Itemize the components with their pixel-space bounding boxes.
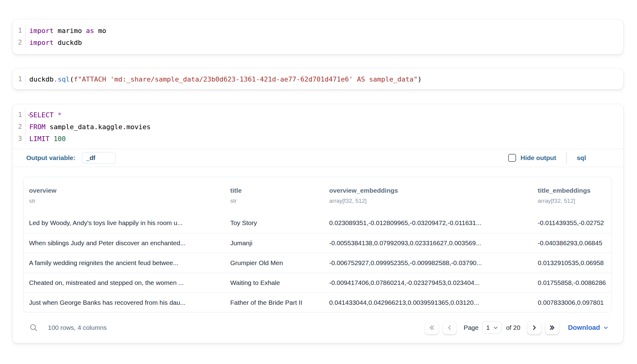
code-line: FROM sample_data.kaggle.movies	[29, 121, 623, 133]
language-button[interactable]: sql	[577, 154, 586, 162]
table-footer: 100 rows, 4 columns Page 1 of	[13, 312, 623, 343]
code-editor[interactable]: 1 duckdb.sql(f"ATTACH 'md:_share/sample_…	[13, 68, 623, 89]
chevron-down-icon	[603, 325, 609, 330]
column-header[interactable]: overviewstr	[24, 177, 225, 213]
code-cell-imports: 12 import marimo as moimport duckdb	[12, 19, 624, 54]
page-total: of 20	[506, 324, 520, 331]
table-cell: 0.01755858,-0.0086286	[532, 273, 612, 293]
last-page-button[interactable]	[545, 321, 559, 334]
table-cell: Father of the Bride Part II	[225, 293, 324, 312]
table-cell: Cheated on, mistreated and stepped on, t…	[24, 273, 225, 293]
line-number: 2	[13, 121, 25, 133]
column-name: overview	[29, 186, 219, 195]
page-label: Page	[464, 324, 479, 331]
table-cell: -0.006752927,0.099952355,-0.009982588,-0…	[324, 253, 532, 273]
column-type: str	[29, 197, 219, 205]
code-editor[interactable]: 123 SELECT *FROM sample_data.kaggle.movi…	[13, 104, 623, 149]
column-type: array[f32, 512]	[329, 197, 527, 205]
pagination: Page 1 of 20 Download	[424, 321, 609, 334]
line-number-gutter: 123	[13, 109, 25, 145]
table-row[interactable]: Just when George Banks has recovered fro…	[24, 293, 612, 312]
page-number-select[interactable]: 1	[482, 322, 502, 334]
table-row[interactable]: Cheated on, mistreated and stepped on, t…	[24, 273, 612, 293]
column-name: title	[230, 186, 318, 195]
table-cell: -0.0055384138,0.07992093,0.023316627,0.0…	[324, 233, 532, 253]
code-line: LIMIT 100	[29, 133, 623, 145]
column-header[interactable]: overview_embeddingsarray[f32, 512]	[324, 177, 532, 213]
search-icon[interactable]	[29, 323, 38, 332]
first-page-button[interactable]	[424, 321, 439, 334]
table-cell: 0.0132910535,0.06958	[532, 253, 612, 273]
line-number: 1	[13, 25, 25, 37]
table-cell: -0.011439355,-0.02752	[532, 213, 612, 233]
line-number-gutter: 1	[13, 73, 25, 85]
code-editor[interactable]: 12 import marimo as moimport duckdb	[13, 19, 623, 54]
chevron-down-icon	[493, 325, 498, 330]
column-name: overview_embeddings	[329, 186, 527, 195]
column-header[interactable]: titlestr	[225, 177, 324, 213]
table-cell: 0.007833006,0.097801	[532, 293, 612, 312]
table-cell: Toy Story	[225, 213, 324, 233]
code-line: import duckdb	[29, 37, 623, 49]
chevrons-left-icon	[428, 324, 435, 331]
line-number: 2	[13, 37, 25, 49]
download-button[interactable]: Download	[568, 324, 609, 332]
line-number: 1	[13, 109, 25, 121]
cell-output-toolbar: Output variable: Hide output sql	[13, 149, 623, 167]
hide-output-checkbox[interactable]	[508, 154, 516, 162]
output-variable-label: Output variable:	[26, 154, 75, 162]
table-cell: When siblings Judy and Peter discover an…	[24, 233, 225, 253]
code-content: SELECT *FROM sample_data.kaggle.moviesLI…	[25, 109, 623, 145]
chevron-left-icon	[446, 324, 453, 331]
table-row[interactable]: A family wedding reignites the ancient f…	[24, 253, 612, 273]
column-header[interactable]: title_embeddingsarray[f32, 512]	[532, 177, 612, 213]
table-cell: 0.023089351,-0.012809965,-0.03209472,-0.…	[324, 213, 532, 233]
line-number-gutter: 12	[13, 25, 25, 49]
download-label: Download	[568, 324, 600, 332]
column-type: str	[230, 197, 318, 205]
row-count-summary: 100 rows, 4 columns	[48, 324, 107, 331]
result-table: overviewstrtitlestroverview_embeddingsar…	[24, 177, 612, 312]
table-cell: Waiting to Exhale	[225, 273, 324, 293]
code-content: import marimo as moimport duckdb	[25, 25, 623, 49]
hide-output-label: Hide output	[521, 154, 556, 162]
table-cell: -0.040386293,0.06845	[532, 233, 612, 253]
code-line: duckdb.sql(f"ATTACH 'md:_share/sample_da…	[29, 73, 623, 85]
table-cell: Just when George Banks has recovered fro…	[24, 293, 225, 312]
table-cell: Led by Woody, Andy's toys live happily i…	[24, 213, 225, 233]
sql-cell: 123 SELECT *FROM sample_data.kaggle.movi…	[12, 104, 624, 343]
line-number: 1	[13, 73, 25, 85]
code-cell-attach: 1 duckdb.sql(f"ATTACH 'md:_share/sample_…	[12, 68, 624, 89]
table-cell: Jumanji	[225, 233, 324, 253]
result-table-container: overviewstrtitlestroverview_embeddingsar…	[23, 177, 612, 312]
chevrons-right-icon	[548, 324, 556, 331]
table-row[interactable]: Led by Woody, Andy's toys live happily i…	[24, 213, 612, 233]
code-content: duckdb.sql(f"ATTACH 'md:_share/sample_da…	[25, 73, 623, 85]
column-type: array[f32, 512]	[538, 197, 607, 205]
column-name: title_embeddings	[538, 186, 607, 195]
next-page-button[interactable]	[527, 321, 541, 334]
toolbar-divider	[566, 152, 567, 163]
table-cell: -0.009417406,0.07860214,-0.023279453,0.0…	[324, 273, 532, 293]
chevron-right-icon	[530, 324, 538, 331]
page-number-value: 1	[486, 324, 490, 331]
line-number: 3	[13, 133, 25, 145]
code-line: SELECT *	[29, 109, 623, 121]
previous-page-button[interactable]	[442, 321, 457, 334]
code-line: import marimo as mo	[29, 25, 623, 37]
table-cell: A family wedding reignites the ancient f…	[24, 253, 225, 273]
table-cell: Grumpier Old Men	[225, 253, 324, 273]
code-fold-chevron-down-icon[interactable]	[27, 113, 32, 118]
output-variable-input[interactable]	[82, 152, 116, 164]
table-header-row: overviewstrtitlestroverview_embeddingsar…	[24, 177, 612, 213]
table-row[interactable]: When siblings Judy and Peter discover an…	[24, 233, 612, 253]
table-cell: 0.041433044,0.042966213,0.0039591365,0.0…	[324, 293, 532, 312]
